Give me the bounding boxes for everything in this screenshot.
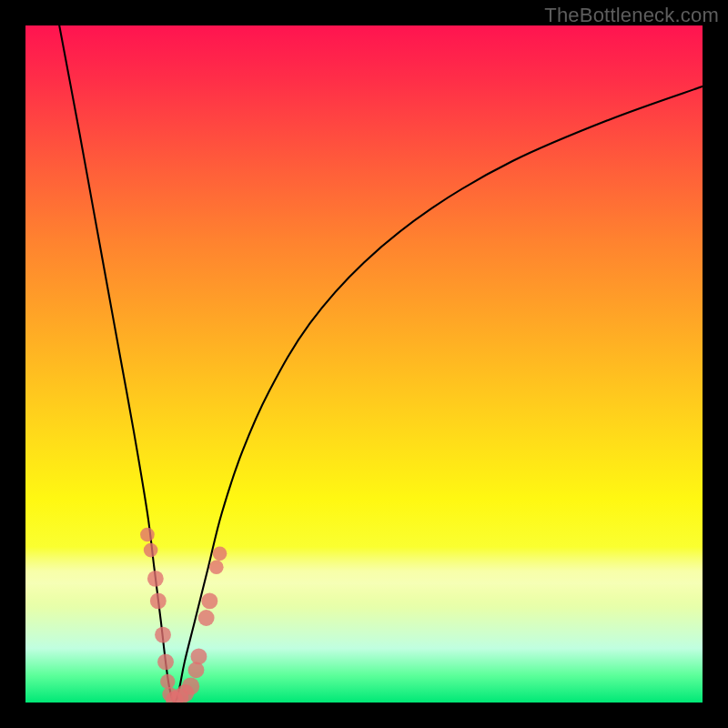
- curve-marker: [209, 560, 224, 574]
- curve-marker: [201, 592, 217, 609]
- curve-marker: [191, 648, 207, 664]
- curve-marker: [140, 528, 155, 542]
- curve-marker: [147, 571, 164, 587]
- curve-marker: [182, 677, 199, 694]
- curve-marker: [188, 662, 205, 678]
- curve-marker: [144, 543, 158, 558]
- curve-svg: [25, 25, 703, 703]
- curve-marker: [150, 592, 167, 609]
- curve-marker: [155, 627, 171, 643]
- chart-frame: TheBottleneck.com: [0, 0, 728, 728]
- curve-marker: [160, 674, 175, 689]
- watermark-text: TheBottleneck.com: [544, 4, 719, 27]
- curve-marker: [198, 610, 215, 626]
- curve-marker: [157, 653, 174, 670]
- curve-marker: [213, 547, 228, 561]
- plot-area: [25, 25, 703, 703]
- curve-markers: [140, 528, 227, 703]
